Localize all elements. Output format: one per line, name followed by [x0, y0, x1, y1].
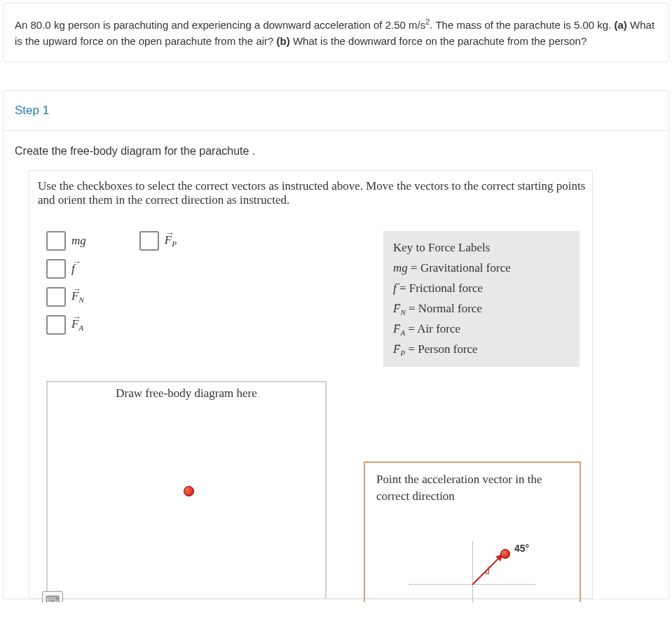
checkbox-row-fa: →FA [46, 315, 86, 335]
fbd-title: Draw free-body diagram here [48, 382, 325, 401]
step-header: Step 1 [4, 91, 668, 131]
checkbox-row-f: →f [46, 259, 86, 279]
checkbox-row-mg: mg [46, 231, 86, 251]
key-row-fa: →FA = Air force [393, 319, 570, 340]
part-b-label: (b) [277, 35, 290, 47]
accel-angle-label: 45° [514, 542, 529, 556]
step-instruction: Create the free-body diagram for the par… [15, 145, 657, 158]
part-b-text: What is the downward force on the parach… [290, 35, 587, 47]
checkbox-list-right: →FP [135, 231, 177, 367]
step-card: Step 1 Create the free-body diagram for … [3, 90, 669, 599]
exercise-area: mg →f →FN →FA [29, 217, 593, 599]
checkbox-label-fa: →FA [71, 317, 83, 332]
checkbox-label-mg: mg [71, 234, 86, 248]
checkbox-fn[interactable] [46, 287, 66, 307]
checkbox-fp[interactable] [139, 231, 159, 251]
checkbox-list-left: mg →f →FN →FA [42, 231, 86, 367]
problem-statement: An 80.0 kg person is parachuting and exp… [3, 3, 669, 62]
checkbox-column: mg →f →FN →FA [42, 231, 362, 367]
checkbox-row-fn: →FN [46, 287, 86, 307]
checkbox-label-fp: →FP [165, 233, 177, 248]
top-row: mg →f →FN →FA [42, 231, 580, 367]
free-body-diagram-canvas[interactable]: Draw free-body diagram here [46, 381, 327, 598]
lower-row: Draw free-body diagram here Point the ac… [42, 381, 580, 598]
accel-vector-label: →a [485, 564, 490, 578]
checkbox-label-f: →f [71, 262, 75, 276]
part-a-label: (a) [615, 19, 627, 31]
key-row-f: →f = Frictional force [393, 279, 570, 299]
checkbox-fa[interactable] [46, 315, 66, 335]
checkbox-label-fn: →FN [71, 289, 84, 304]
key-row-fn: →FN = Normal force [393, 299, 570, 319]
fbd-origin-dot[interactable] [184, 486, 194, 496]
checkbox-mg[interactable] [46, 231, 66, 251]
problem-suffix: . The mass of the parachute is 5.00 kg. [430, 19, 614, 31]
key-panel: Key to Force Labels mg = Gravitational f… [383, 231, 580, 367]
key-row-fp: →FP = Person force [393, 340, 570, 360]
accel-plot: 45° →a [409, 542, 535, 602]
checkbox-row-fp: →FP [139, 231, 177, 251]
acceleration-canvas[interactable]: Point the acceleration vector in the cor… [364, 461, 581, 602]
key-title: Key to Force Labels [393, 238, 570, 258]
accel-vector-handle[interactable] [500, 549, 510, 559]
accel-instruction: Point the acceleration vector in the cor… [376, 471, 568, 505]
keyboard-icon[interactable] [42, 591, 63, 602]
accel-axis-vertical [472, 542, 473, 602]
problem-text: An 80.0 kg person is parachuting and exp… [15, 19, 654, 47]
key-row-mg: mg = Gravitational force [393, 258, 570, 279]
checkbox-f[interactable] [46, 259, 66, 279]
step-body: Create the free-body diagram for the par… [4, 131, 668, 599]
canvas-instruction: Use the checkboxes to select the correct… [29, 170, 593, 217]
problem-prefix: An 80.0 kg person is parachuting and exp… [15, 19, 425, 31]
